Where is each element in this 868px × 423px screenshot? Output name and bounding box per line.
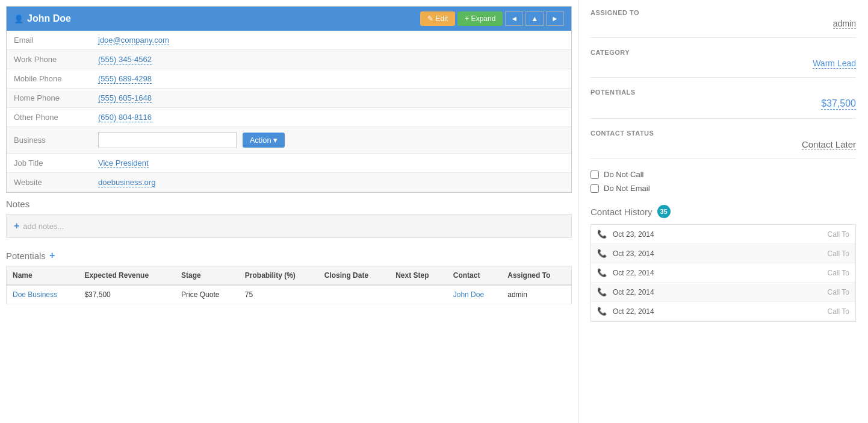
website-value[interactable]: doebusiness.org [98, 178, 155, 187]
notes-placeholder: add notes... [23, 222, 64, 231]
phone-icon: 📞 [597, 249, 608, 258]
history-item[interactable]: 📞 Oct 23, 2014 Call To [591, 225, 855, 244]
contact-status-label: CONTACT STATUS [591, 130, 856, 137]
history-item[interactable]: 📞 Oct 22, 2014 Call To [591, 302, 855, 321]
history-item[interactable]: 📞 Oct 23, 2014 Call To [591, 244, 855, 263]
history-action: Call To [828, 249, 849, 258]
history-title: Contact History [591, 207, 653, 217]
business-row: Business Action [7, 127, 571, 154]
nav-forward-button[interactable]: ► [546, 11, 564, 26]
job-title-row: Job Title Vice President [7, 154, 571, 173]
history-list[interactable]: 📞 Oct 23, 2014 Call To 📞 Oct 23, 2014 Ca… [591, 224, 856, 322]
contact-fields-table: Email jdoe@company.com Work Phone (555) … [7, 31, 571, 192]
potentials-section-title: Potentials + [6, 250, 572, 261]
do-not-call-checkbox[interactable] [591, 171, 599, 179]
assigned-to-label: ASSIGNED TO [591, 9, 856, 16]
website-label: Website [7, 173, 91, 192]
col-stage: Stage [175, 266, 239, 286]
contact-history-section: Contact History 35 📞 Oct 23, 2014 Call T… [591, 205, 856, 322]
contact-status-field: CONTACT STATUS Contact Later [591, 130, 856, 159]
plus-icon: + [14, 221, 19, 231]
history-date: Oct 23, 2014 [613, 249, 823, 258]
col-name: Name [7, 266, 79, 286]
history-date: Oct 22, 2014 [613, 307, 823, 316]
history-action: Call To [828, 230, 849, 239]
job-title-value[interactable]: Vice President [98, 158, 149, 168]
work-phone-label: Work Phone [7, 50, 91, 69]
expand-button[interactable]: + Expand [457, 11, 503, 26]
email-label: Email [7, 31, 91, 50]
phone-icon: 📞 [597, 268, 608, 277]
potentials-label: Potentials [6, 251, 46, 261]
col-probability: Probability (%) [239, 266, 318, 286]
other-phone-row: Other Phone (650) 804-8116 [7, 108, 571, 127]
nav-back-button[interactable]: ◄ [505, 11, 523, 26]
header-buttons: ✎ Edit + Expand ◄ ▲ ► [420, 11, 564, 26]
job-title-label: Job Title [7, 154, 91, 173]
potentials-value: $37,500 [821, 98, 856, 110]
work-phone-row: Work Phone (555) 345-4562 [7, 50, 571, 69]
home-phone-value[interactable]: (555) 605-1648 [98, 93, 152, 103]
history-date: Oct 22, 2014 [613, 288, 823, 296]
notes-section: Notes + add notes... [6, 199, 572, 238]
history-date: Oct 22, 2014 [613, 269, 823, 277]
email-value[interactable]: jdoe@company.com [98, 36, 169, 45]
business-label: Business [7, 127, 91, 154]
potentials-body: Doe Business$37,500Price Quote75John Doe… [7, 285, 572, 304]
right-sidebar: ASSIGNED TO admin CATEGORY Warm Lead POT… [578, 0, 868, 423]
phone-icon: 📞 [597, 287, 608, 296]
business-input[interactable] [98, 132, 237, 148]
history-item[interactable]: 📞 Oct 22, 2014 Call To [591, 283, 855, 302]
history-action: Call To [828, 307, 849, 316]
potentials-section: Potentials + Name Expected Revenue Stage… [6, 250, 572, 304]
notes-add-area[interactable]: + add notes... [6, 214, 572, 238]
other-phone-value[interactable]: (650) 804-8116 [98, 113, 152, 122]
potentials-label-sidebar: POTENTIALS [591, 89, 856, 96]
home-phone-row: Home Phone (555) 605-1648 [7, 89, 571, 108]
history-item[interactable]: 📞 Oct 22, 2014 Call To [591, 263, 855, 283]
col-assigned-to: Assigned To [501, 266, 571, 286]
potentials-table: Name Expected Revenue Stage Probability … [6, 266, 572, 304]
work-phone-value[interactable]: (555) 345-4562 [98, 55, 152, 64]
home-phone-label: Home Phone [7, 89, 91, 108]
contact-card: John Doe ✎ Edit + Expand ◄ ▲ ► Email jdo… [6, 6, 572, 193]
contact-status-value[interactable]: Contact Later [802, 139, 856, 150]
mobile-phone-value[interactable]: (555) 689-4298 [98, 74, 152, 84]
do-not-email-checkbox[interactable] [591, 184, 599, 193]
potentials-header-row: Name Expected Revenue Stage Probability … [7, 266, 572, 286]
col-next-step: Next Step [389, 266, 447, 286]
history-header: Contact History 35 [591, 205, 856, 218]
table-row: Doe Business$37,500Price Quote75John Doe… [7, 285, 572, 304]
history-date: Oct 23, 2014 [613, 230, 823, 239]
do-not-email-row: Do Not Email [591, 184, 856, 193]
contact-header: John Doe ✎ Edit + Expand ◄ ▲ ► [7, 7, 571, 31]
website-row: Website doebusiness.org [7, 173, 571, 192]
email-row: Email jdoe@company.com [7, 31, 571, 50]
do-not-call-row: Do Not Call [591, 170, 856, 179]
phone-icon: 📞 [597, 230, 608, 239]
history-action: Call To [828, 288, 849, 296]
other-phone-label: Other Phone [7, 108, 91, 127]
potentials-field: POTENTIALS $37,500 [591, 89, 856, 119]
mobile-phone-row: Mobile Phone (555) 689-4298 [7, 69, 571, 89]
category-value[interactable]: Warm Lead [813, 58, 856, 69]
mobile-phone-label: Mobile Phone [7, 69, 91, 89]
history-action: Call To [828, 269, 849, 277]
add-potential-icon[interactable]: + [49, 250, 55, 261]
assigned-to-value: admin [833, 19, 856, 29]
category-label: CATEGORY [591, 49, 856, 56]
do-not-call-label: Do Not Call [604, 170, 643, 179]
action-button[interactable]: Action [243, 133, 285, 148]
assigned-to-field: ASSIGNED TO admin [591, 9, 856, 38]
edit-button[interactable]: ✎ Edit [420, 11, 455, 26]
history-badge: 35 [657, 205, 671, 218]
nav-up-button[interactable]: ▲ [525, 11, 544, 26]
col-closing-date: Closing Date [318, 266, 389, 286]
category-field: CATEGORY Warm Lead [591, 49, 856, 78]
do-not-email-label: Do Not Email [604, 184, 650, 193]
notes-title: Notes [6, 199, 572, 209]
contact-name: John Doe [14, 13, 71, 24]
col-revenue: Expected Revenue [78, 266, 175, 286]
col-contact: Contact [447, 266, 502, 286]
phone-icon: 📞 [597, 307, 608, 316]
